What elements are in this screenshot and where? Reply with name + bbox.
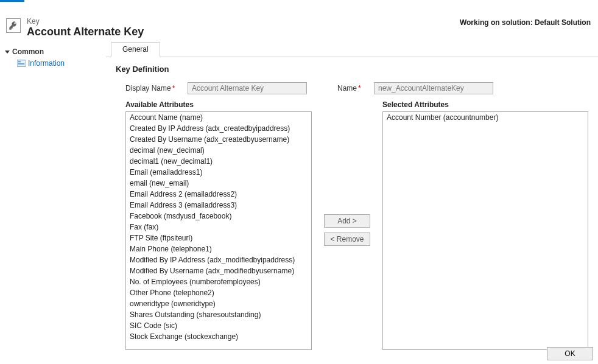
page-title: Account Alternate Key (27, 26, 460, 38)
list-item[interactable]: Created By IP Address (adx_createdbyipad… (126, 123, 311, 134)
list-item[interactable]: Main Phone (telephone1) (126, 243, 311, 254)
list-item[interactable]: Account Number (accountnumber) (383, 112, 588, 123)
required-marker: * (358, 84, 361, 93)
list-item[interactable]: email (new_email) (126, 178, 311, 189)
list-item[interactable]: decimal (new_decimal) (126, 145, 311, 156)
list-item[interactable]: FTP Site (ftpsiteurl) (126, 233, 311, 243)
list-item[interactable]: Other Phone (telephone2) (126, 287, 311, 298)
list-item[interactable]: Modified By Username (adx_modifiedbyuser… (126, 265, 311, 276)
list-item[interactable]: Facebook (msdyusd_facebook) (126, 211, 311, 222)
list-item[interactable]: Email Address 3 (emailaddress3) (126, 200, 311, 211)
key-icon (6, 18, 21, 33)
nav-group-common[interactable]: Common (5, 46, 106, 57)
form-icon (17, 60, 26, 67)
main-panel: General Key Definition Display Name* Nam… (106, 41, 598, 364)
nav-sidebar: Common Information (0, 41, 106, 364)
solution-context-label: Working on solution: Default Solution (460, 17, 592, 27)
page-header: Key Account Alternate Key Working on sol… (0, 0, 598, 41)
list-item[interactable]: Stock Exchange (stockexchange) (126, 331, 311, 342)
ok-button[interactable]: OK (547, 347, 593, 360)
nav-group-label: Common (12, 47, 44, 56)
add-button[interactable]: Add > (324, 214, 370, 228)
name-label: Name* (337, 84, 368, 93)
list-item[interactable]: Fax (fax) (126, 222, 311, 233)
list-item[interactable]: SIC Code (sic) (126, 320, 311, 331)
list-item[interactable]: Shares Outstanding (sharesoutstanding) (126, 309, 311, 320)
collapse-icon (5, 51, 10, 54)
sidebar-item-information[interactable]: Information (5, 57, 106, 69)
svg-rect-2 (18, 63, 25, 64)
entity-type-label: Key (27, 17, 460, 26)
selected-attributes-label: Selected Attributes (382, 100, 588, 109)
list-item[interactable]: Email (emailaddress1) (126, 167, 311, 178)
section-title: Key Definition (106, 57, 598, 74)
list-item[interactable]: Created By Username (adx_createdbyuserna… (126, 134, 311, 145)
tab-bar: General (106, 41, 598, 57)
progress-indicator (0, 0, 24, 2)
available-attributes-label: Available Attributes (125, 100, 312, 109)
list-item[interactable]: Email Address 2 (emailaddress2) (126, 189, 311, 200)
available-attributes-listbox[interactable]: Account Name (name)Created By IP Address… (125, 111, 312, 350)
list-item[interactable]: Modified By IP Address (adx_modifiedbyip… (126, 254, 311, 265)
svg-rect-1 (18, 61, 21, 63)
display-name-field[interactable] (188, 82, 307, 94)
list-item[interactable]: decimal1 (new_decimal1) (126, 156, 311, 167)
list-item[interactable]: No. of Employees (numberofemployees) (126, 276, 311, 287)
selected-attributes-listbox[interactable]: Account Number (accountnumber) (382, 111, 588, 350)
list-item[interactable]: owneridtype (owneridtype) (126, 298, 311, 309)
list-item[interactable]: Account Name (name) (126, 112, 311, 123)
required-marker: * (172, 84, 175, 93)
name-field[interactable] (374, 82, 493, 94)
sidebar-item-label: Information (28, 59, 65, 68)
display-name-label: Display Name* (125, 84, 181, 93)
svg-rect-3 (18, 65, 25, 65)
remove-button[interactable]: < Remove (324, 233, 370, 246)
tab-general[interactable]: General (111, 42, 160, 57)
